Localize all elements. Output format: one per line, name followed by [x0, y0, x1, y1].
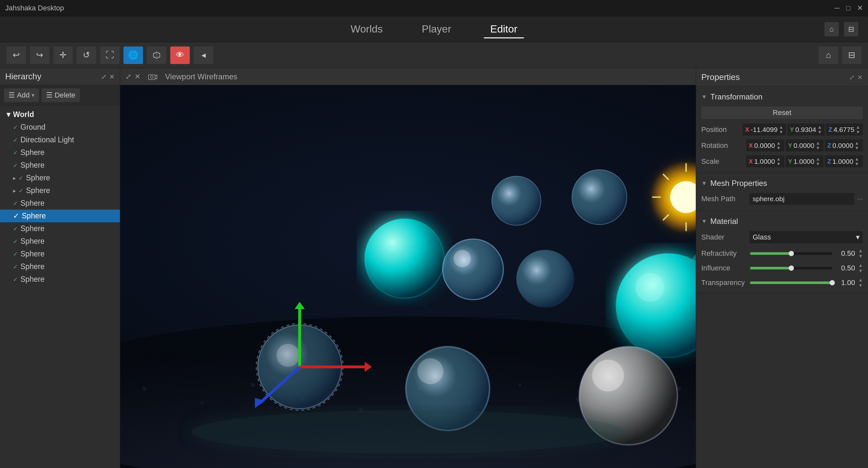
shader-select[interactable]: Glass ▾: [749, 231, 863, 243]
pos-z-up[interactable]: ▲: [856, 125, 860, 129]
window-controls[interactable]: ─ □ ✕: [835, 4, 863, 12]
world-btn[interactable]: 🌐: [123, 46, 143, 64]
back-btn[interactable]: ◂: [194, 46, 213, 64]
properties-controls: ⤢ ✕: [849, 73, 863, 81]
scale-z-field[interactable]: Z 1.0000 ▲ ▼: [825, 155, 863, 167]
gamepad-nav-btn[interactable]: ⊟: [844, 22, 858, 36]
refractivity-row: Refractivity 0.50 ▲ ▼: [696, 246, 868, 261]
gamepad-toolbar-btn[interactable]: ⊟: [842, 46, 862, 64]
tree-item-sphere-7[interactable]: ✓ Sphere: [0, 222, 120, 235]
viewport-area: ⤢ ✕ Viewport Wireframes ▶: [120, 68, 696, 468]
tree-item-sphere-8[interactable]: ✓ Sphere: [0, 235, 120, 248]
add-btn[interactable]: ☰ Add ▾: [4, 88, 39, 102]
main-layout: Hierarchy ⤢ ✕ ☰ Add ▾ ☰ Delete ▾ World: [0, 68, 868, 468]
mesh-path-input[interactable]: sphere.obj: [749, 193, 854, 205]
scale-row: Scale X 1.0000 ▲ ▼ Y 1.0000 ▲: [696, 153, 868, 169]
rotation-y-value: 0.0000: [794, 142, 814, 150]
pos-x-up[interactable]: ▲: [779, 125, 783, 129]
delete-btn[interactable]: ☰ Delete: [41, 88, 80, 102]
tree-item-sphere-selected[interactable]: ✓ Sphere: [0, 210, 120, 222]
nav-editor[interactable]: Editor: [484, 21, 524, 38]
tree-item-directional-light[interactable]: ✓ Directional Light: [0, 133, 120, 146]
scale-fields: X 1.0000 ▲ ▼ Y 1.0000 ▲ ▼: [746, 155, 863, 167]
scale-x-spinners[interactable]: ▲ ▼: [776, 157, 781, 166]
close-btn[interactable]: ✕: [857, 4, 863, 12]
tree-item-sphere-1[interactable]: ✓ Sphere: [0, 146, 120, 159]
properties-close-btn[interactable]: ✕: [857, 73, 863, 81]
material-section: ▼ Material Shader Glass ▾ Refractivity 0…: [696, 211, 868, 293]
refractivity-spinners[interactable]: ▲ ▼: [858, 248, 863, 259]
rotation-z-field[interactable]: Z 0.0000 ▲ ▼: [825, 139, 863, 151]
tree-world[interactable]: ▾ World: [0, 108, 120, 121]
tree-item-sphere-4[interactable]: ▸ ✓ Sphere: [0, 184, 120, 197]
svg-point-44: [592, 360, 624, 392]
scale-x-field[interactable]: X 1.0000 ▲ ▼: [746, 155, 784, 167]
move-btn[interactable]: ✛: [53, 46, 73, 64]
position-fields: X -11.4099 ▲ ▼ Y 0.9304 ▲ ▼: [743, 124, 863, 135]
tree-item-sphere-5[interactable]: ✓ Sphere: [0, 197, 120, 210]
influence-label: Influence: [701, 264, 747, 272]
transformation-header[interactable]: ▼ Transformation: [696, 90, 868, 104]
undo-btn[interactable]: ↩: [6, 46, 26, 64]
pos-x-down[interactable]: ▼: [779, 130, 783, 134]
position-x-spinners[interactable]: ▲ ▼: [779, 125, 783, 134]
properties-panel: Properties ⤢ ✕ ▼ Transformation Reset Po…: [696, 68, 868, 468]
fullscreen-btn[interactable]: ⛶: [100, 46, 120, 64]
rotation-y-field[interactable]: Y 0.0000 ▲ ▼: [785, 139, 824, 151]
material-header[interactable]: ▼ Material: [696, 214, 868, 228]
transparency-spinners[interactable]: ▲ ▼: [858, 277, 863, 288]
position-y-spinners[interactable]: ▲ ▼: [817, 125, 822, 134]
rotation-z-value: 0.0000: [833, 142, 854, 150]
scale-y-field[interactable]: Y 1.0000 ▲ ▼: [785, 155, 824, 167]
tree-item-sphere-10[interactable]: ✓ Sphere: [0, 260, 120, 273]
scale-z-spinners[interactable]: ▲ ▼: [855, 157, 859, 166]
position-y-field[interactable]: Y 0.9304 ▲ ▼: [787, 124, 825, 135]
top-nav: Worlds Player Editor ⌂ ⊟: [0, 16, 868, 42]
camera-icon[interactable]: [146, 69, 160, 84]
refractivity-slider[interactable]: [750, 252, 832, 255]
properties-resize-btn[interactable]: ⤢: [849, 73, 855, 81]
close-viewport-icon[interactable]: ✕: [134, 72, 141, 81]
rotate-btn[interactable]: ↺: [77, 46, 96, 64]
mesh-path-browse-btn[interactable]: ···: [857, 195, 863, 203]
tree-item-sphere-9[interactable]: ✓ Sphere: [0, 248, 120, 260]
home-nav-btn[interactable]: ⌂: [825, 22, 839, 36]
reset-button[interactable]: Reset: [701, 106, 863, 119]
minimize-btn[interactable]: ─: [835, 4, 840, 12]
viewport-canvas[interactable]: [120, 85, 696, 468]
tree-item-sphere-2[interactable]: ✓ Sphere: [0, 159, 120, 171]
rot-x-spinners[interactable]: ▲ ▼: [776, 141, 781, 150]
tree-item-sphere-3[interactable]: ▸ ✓ Sphere: [0, 171, 120, 184]
mesh-properties-title: Mesh Properties: [710, 179, 767, 188]
transparency-slider[interactable]: [750, 281, 832, 284]
hierarchy-resize-btn[interactable]: ⤢: [101, 73, 106, 81]
maximize-btn[interactable]: □: [846, 4, 850, 12]
rotation-x-field[interactable]: X 0.0000 ▲ ▼: [746, 139, 784, 151]
influence-spinners[interactable]: ▲ ▼: [858, 262, 863, 273]
rot-z-spinners[interactable]: ▲ ▼: [855, 141, 859, 150]
pos-y-down[interactable]: ▼: [817, 130, 822, 134]
home-toolbar-btn[interactable]: ⌂: [818, 46, 838, 64]
shader-dropdown-icon: ▾: [856, 233, 860, 242]
nav-player[interactable]: Player: [415, 21, 458, 38]
scale-y-spinners[interactable]: ▲ ▼: [816, 157, 820, 166]
redo-btn[interactable]: ↪: [30, 46, 50, 64]
influence-slider[interactable]: [750, 267, 832, 270]
tree-item-sphere-11[interactable]: ✓ Sphere: [0, 273, 120, 286]
pos-z-down[interactable]: ▼: [856, 130, 860, 134]
eye-btn[interactable]: 👁: [170, 46, 190, 64]
cube-btn[interactable]: [147, 46, 166, 64]
nav-worlds[interactable]: Worlds: [344, 21, 389, 38]
svg-point-48: [277, 344, 300, 367]
resize-viewport-icon[interactable]: ⤢: [125, 72, 131, 81]
rot-y-spinners[interactable]: ▲ ▼: [816, 141, 820, 150]
shader-label: Shader: [701, 233, 747, 242]
position-z-spinners[interactable]: ▲ ▼: [856, 125, 860, 134]
pos-y-up[interactable]: ▲: [817, 125, 822, 129]
position-z-field[interactable]: Z 4.6775 ▲ ▼: [826, 124, 863, 135]
mesh-properties-header[interactable]: ▼ Mesh Properties: [696, 176, 868, 190]
position-x-field[interactable]: X -11.4099 ▲ ▼: [743, 124, 786, 135]
transparency-row: Transparency 1.00 ▲ ▼: [696, 275, 868, 290]
tree-item-ground[interactable]: ✓ Ground: [0, 121, 120, 133]
hierarchy-close-btn[interactable]: ✕: [109, 73, 115, 81]
